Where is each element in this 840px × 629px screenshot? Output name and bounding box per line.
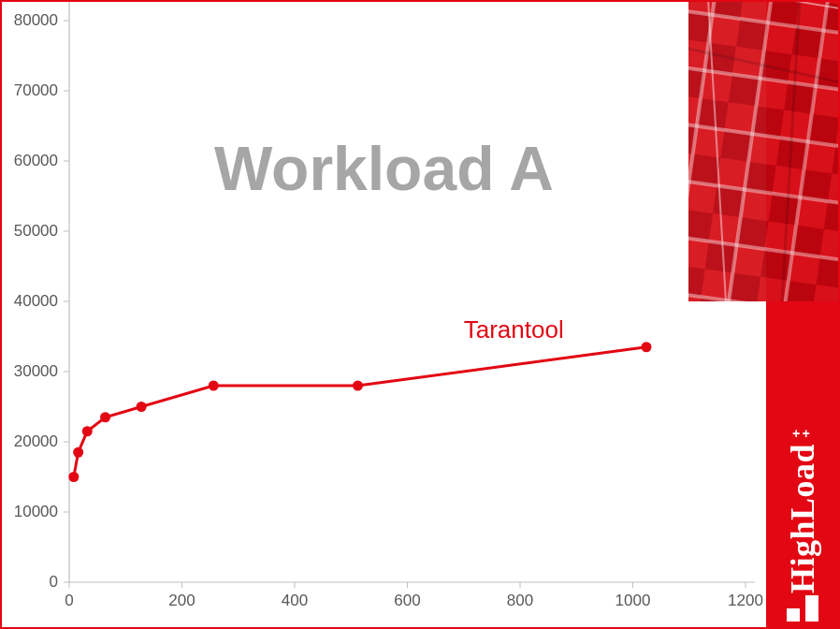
x-tick-label: 0 [46,592,93,610]
y-tick-label: 0 [2,573,58,592]
line-chart [2,2,770,629]
brand-name: HighLoad [786,444,819,593]
svg-point-22 [137,402,147,412]
svg-point-25 [641,342,651,352]
svg-point-20 [82,426,93,436]
x-tick-label: 600 [384,592,431,610]
svg-point-24 [353,381,363,391]
brand-logo: ++ HighLoad [766,427,838,622]
x-tick-label: 400 [271,592,318,610]
y-tick-label: 40000 [2,292,58,311]
series-label: Tarantool [464,315,564,344]
slide: Workload A Tarantool 0100002000030000400… [0,0,840,629]
x-tick-label: 200 [159,592,206,610]
y-tick-label: 80000 [2,11,58,30]
brand-superscript: ++ [792,427,812,442]
svg-point-18 [68,472,79,482]
x-tick-label: 1200 [722,592,769,610]
svg-point-19 [73,447,83,458]
chart-area: Workload A Tarantool 0100002000030000400… [2,2,766,627]
x-tick-label: 1000 [610,592,657,610]
y-tick-label: 50000 [2,222,58,241]
y-tick-label: 30000 [2,362,58,381]
sidebar: ++ HighLoad [766,2,838,627]
decorative-lattice-icon [688,0,840,301]
brand-bars-icon [787,595,818,622]
svg-point-23 [209,381,219,391]
y-tick-label: 10000 [2,503,58,521]
y-tick-label: 70000 [2,81,58,100]
y-tick-label: 60000 [2,152,58,170]
svg-point-21 [100,412,110,422]
y-tick-label: 20000 [2,432,58,451]
x-tick-label: 800 [497,592,543,610]
